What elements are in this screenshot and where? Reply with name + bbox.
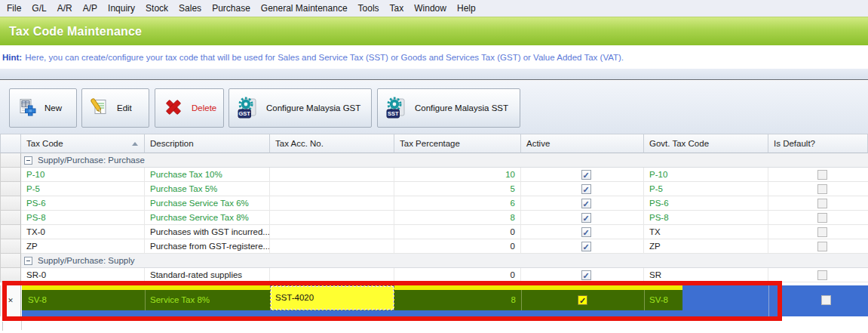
menu-item-general-maintenance[interactable]: General Maintenance (256, 0, 353, 17)
row-indicator-cell[interactable] (0, 239, 21, 254)
highlight-annotation-box (2, 281, 782, 321)
is-default-checkbox[interactable] (817, 184, 827, 194)
active-checkbox[interactable]: ✓ (581, 242, 591, 251)
hint-text: Here, you can create/configure your tax … (25, 53, 624, 62)
row-indicator-cell[interactable] (0, 182, 21, 196)
row-indicator-cell[interactable] (0, 254, 21, 268)
column-header-is-default-[interactable]: Is Default? (768, 134, 868, 153)
table-row-ps-8[interactable]: PS-8Purchase Service Tax 8%8✓PS-8 (0, 211, 868, 225)
row-indicator-cell[interactable] (0, 225, 21, 239)
configure-malaysia-gst-button[interactable]: GST Configure Malaysia GST (229, 88, 372, 128)
gst-gear-icon: GST (238, 97, 258, 120)
is-default-checkbox[interactable] (817, 199, 827, 208)
delete-x-icon (164, 97, 183, 119)
configure-sst-label: Configure Malaysia SST (415, 103, 508, 113)
edit-pencil-icon (90, 98, 109, 118)
is-default-checkbox[interactable] (821, 295, 831, 305)
new-button[interactable]: New (9, 88, 77, 128)
grid-left-edge-line (2, 322, 3, 331)
group-label: Supply/Purchase: Purchase (38, 156, 145, 165)
row-indicator-cell[interactable] (0, 153, 21, 168)
tax-acc-no-cell (270, 182, 394, 196)
delete-button[interactable]: Delete (155, 88, 224, 128)
description-cell: Purchase from GST-registere... (145, 239, 270, 254)
group-label: Supply/Purchase: Supply (38, 256, 135, 265)
is-default-checkbox[interactable] (817, 242, 827, 251)
tax-acc-no-cell (270, 239, 394, 254)
tax-code-cell: P-10 (21, 168, 145, 182)
menu-item-g-l[interactable]: G/L (26, 0, 51, 17)
govt-tax-code-cell: P-5 (644, 182, 768, 196)
tax-code-cell: PS-6 (21, 196, 145, 211)
collapse-icon[interactable] (24, 257, 32, 265)
active-checkbox[interactable]: ✓ (581, 199, 591, 208)
is-default-cell (768, 211, 868, 225)
menu-item-a-r[interactable]: A/R (52, 0, 78, 17)
new-button-label: New (44, 103, 62, 113)
column-header-tax-code[interactable]: Tax Code (21, 134, 145, 153)
column-header-tax-acc-no-[interactable]: Tax Acc. No. (270, 134, 394, 153)
table-row-p-10[interactable]: P-10Purchase Tax 10%10✓P-10 (0, 168, 868, 182)
description-cell: Purchase Tax 10% (145, 168, 270, 182)
tax-percentage-cell: 0 (394, 225, 521, 239)
active-cell: ✓ (521, 239, 644, 254)
tax-percentage-cell: 6 (394, 196, 521, 211)
tax-acc-no-cell (270, 168, 394, 182)
row-indicator-cell[interactable] (0, 196, 21, 211)
is-default-checkbox[interactable] (817, 213, 827, 223)
govt-tax-code-cell: ZP (644, 239, 768, 254)
group-row[interactable]: Supply/Purchase: Supply (0, 254, 868, 268)
menu-item-help[interactable]: Help (452, 0, 481, 17)
menu-item-stock[interactable]: Stock (140, 0, 173, 17)
row-indicator-cell[interactable] (0, 168, 21, 182)
column-header-active[interactable]: Active (521, 134, 644, 153)
group-row-supply-purchase-purchase[interactable]: Supply/Purchase: Purchase (21, 153, 868, 168)
active-checkbox[interactable]: ✓ (581, 270, 591, 280)
tax-code-cell: PS-8 (21, 211, 145, 225)
table-row-tx-0[interactable]: TX-0Purchases with GST incurred...0✓TX (0, 225, 868, 239)
govt-tax-code-cell: TX (644, 225, 768, 239)
active-checkbox[interactable]: ✓ (581, 227, 591, 237)
table-row-p-5[interactable]: P-5Purchase Tax 5%5✓P-5 (0, 182, 868, 196)
menu-item-a-p[interactable]: A/P (78, 0, 103, 17)
govt-tax-code-cell: P-10 (644, 168, 768, 182)
toolbar-gap-panel (0, 69, 868, 80)
column-header-description[interactable]: Description (145, 134, 270, 153)
menu-item-purchase[interactable]: Purchase (207, 0, 256, 17)
column-header-tax-percentage[interactable]: Tax Percentage (394, 134, 521, 153)
menu-bar: FileG/LA/RA/PInquiryStockSalesPurchaseGe… (0, 0, 868, 17)
is-default-checkbox[interactable] (817, 270, 827, 280)
collapse-icon[interactable] (24, 156, 32, 165)
group-row-supply-purchase-supply[interactable]: Supply/Purchase: Supply (21, 254, 868, 268)
delete-button-label: Delete (192, 103, 216, 113)
edit-button[interactable]: Edit (81, 88, 149, 128)
active-cell: ✓ (521, 182, 644, 196)
grid-header: Tax CodeDescriptionTax Acc. No.Tax Perce… (0, 134, 868, 153)
active-checkbox[interactable]: ✓ (581, 184, 591, 194)
tax-percentage-cell: 10 (394, 168, 521, 182)
is-default-cell (768, 225, 868, 239)
description-cell: Purchases with GST incurred... (145, 225, 270, 239)
active-checkbox[interactable]: ✓ (581, 213, 591, 223)
menu-item-file[interactable]: File (2, 0, 26, 17)
active-cell: ✓ (521, 196, 644, 211)
row-indicator-cell[interactable] (0, 211, 21, 225)
menu-item-tax[interactable]: Tax (385, 0, 409, 17)
table-row-ps-6[interactable]: PS-6Purchase Service Tax 6%6✓PS-6 (0, 196, 868, 211)
page-title: Tax Code Maintenance (0, 17, 868, 45)
menu-item-inquiry[interactable]: Inquiry (103, 0, 140, 17)
menu-item-tools[interactable]: Tools (353, 0, 385, 17)
table-row-zp[interactable]: ZPPurchase from GST-registere...0✓ZP (0, 239, 868, 254)
group-row[interactable]: Supply/Purchase: Purchase (0, 153, 868, 168)
gst-badge-label: GST (238, 110, 250, 117)
is-default-checkbox[interactable] (817, 170, 827, 180)
is-default-cell (768, 268, 868, 282)
is-default-checkbox[interactable] (817, 227, 827, 237)
sst-badge-label: SST (388, 110, 399, 117)
tax-acc-no-cell (270, 211, 394, 225)
active-checkbox[interactable]: ✓ (581, 170, 591, 180)
menu-item-window[interactable]: Window (409, 0, 452, 17)
configure-malaysia-sst-button[interactable]: SST Configure Malaysia SST (377, 88, 520, 128)
menu-item-sales[interactable]: Sales (173, 0, 207, 17)
column-header-govt-tax-code[interactable]: Govt. Tax Code (644, 134, 768, 153)
